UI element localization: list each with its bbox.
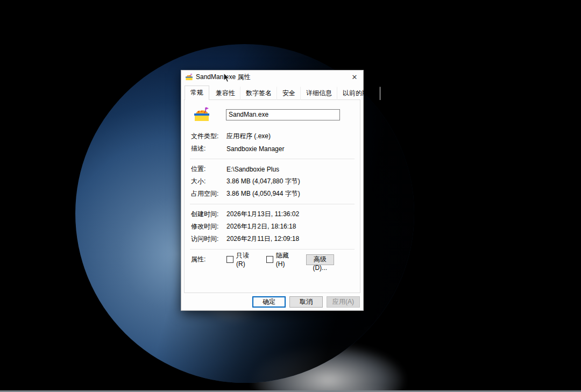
titlebar[interactable]: SandMan.exe 属性 ✕: [181, 70, 363, 83]
tab-details[interactable]: 详细信息: [301, 87, 337, 100]
file-type-row: 文件类型: 应用程序 (.exe): [189, 130, 356, 142]
properties-dialog: SandMan.exe 属性 ✕ 常规 兼容性 数字签名 安全 详细信息 以前的…: [181, 70, 364, 311]
close-button[interactable]: ✕: [346, 70, 363, 83]
tab-previous-versions[interactable]: 以前的版本: [337, 87, 380, 100]
apply-button: 应用(A): [327, 296, 360, 308]
dialog-footer: 确定 取消 应用(A): [181, 293, 363, 310]
attributes-row: 属性: 只读(R) 隐藏(H) 高级(D)...: [189, 253, 356, 266]
hidden-checkbox-label: 隐藏(H): [276, 251, 292, 268]
modified-label: 修改时间:: [191, 222, 226, 231]
created-label: 创建时间:: [191, 210, 226, 219]
tabstrip: 常规 兼容性 数字签名 安全 详细信息 以前的版本: [181, 83, 363, 99]
accessed-value: 2026年2月11日, 12:09:18: [226, 234, 299, 244]
divider: [190, 204, 355, 204]
description-value: Sandboxie Manager: [226, 145, 284, 153]
advanced-button[interactable]: 高级(D)...: [306, 254, 334, 265]
filename-input[interactable]: [226, 109, 340, 120]
modified-row: 修改时间: 2026年1月2日, 18:16:18: [189, 220, 356, 233]
accessed-row: 访问时间: 2026年2月11日, 12:09:18: [189, 233, 356, 245]
cancel-button[interactable]: 取消: [289, 296, 323, 308]
mouse-cursor: [223, 73, 231, 83]
divider: [190, 159, 355, 159]
accessed-label: 访问时间:: [191, 234, 226, 244]
general-tab-page: 文件类型: 应用程序 (.exe) 描述: Sandboxie Manager …: [184, 99, 360, 293]
sandboxie-file-icon: [193, 106, 210, 123]
sandboxie-icon: [185, 73, 193, 81]
hidden-checkbox[interactable]: 隐藏(H): [266, 251, 292, 268]
size-on-disk-row: 占用空间: 3.86 MB (4,050,944 字节): [189, 188, 356, 200]
created-row: 创建时间: 2026年1月13日, 11:36:02: [189, 208, 356, 220]
checkbox-icon[interactable]: [266, 256, 273, 263]
readonly-checkbox[interactable]: 只读(R): [226, 251, 252, 268]
location-label: 位置:: [191, 165, 226, 174]
tab-security[interactable]: 安全: [277, 87, 301, 100]
location-value: E:\Sandboxie Plus: [226, 166, 279, 173]
file-type-label: 文件类型:: [191, 132, 226, 141]
divider: [190, 249, 355, 250]
size-on-disk-label: 占用空间:: [191, 189, 226, 198]
description-row: 描述: Sandboxie Manager: [189, 142, 356, 155]
file-type-value: 应用程序 (.exe): [226, 132, 271, 141]
size-value: 3.86 MB (4,047,880 字节): [226, 177, 300, 186]
created-value: 2026年1月13日, 11:36:02: [226, 210, 299, 219]
tab-compatibility[interactable]: 兼容性: [210, 87, 240, 100]
file-head-row: [189, 105, 356, 124]
modified-value: 2026年1月2日, 18:16:18: [226, 222, 296, 231]
ok-button[interactable]: 确定: [252, 296, 286, 308]
readonly-checkbox-label: 只读(R): [236, 251, 252, 268]
attributes-label: 属性:: [191, 255, 226, 264]
location-row: 位置: E:\Sandboxie Plus: [189, 163, 356, 175]
size-row: 大小: 3.86 MB (4,047,880 字节): [189, 175, 356, 188]
size-on-disk-value: 3.86 MB (4,050,944 字节): [226, 189, 300, 198]
description-label: 描述:: [191, 144, 226, 153]
tab-general[interactable]: 常规: [185, 85, 209, 100]
tab-digital-signatures[interactable]: 数字签名: [240, 87, 277, 100]
cloud-band: [253, 345, 403, 392]
size-label: 大小:: [191, 177, 226, 186]
checkbox-icon[interactable]: [226, 256, 233, 263]
